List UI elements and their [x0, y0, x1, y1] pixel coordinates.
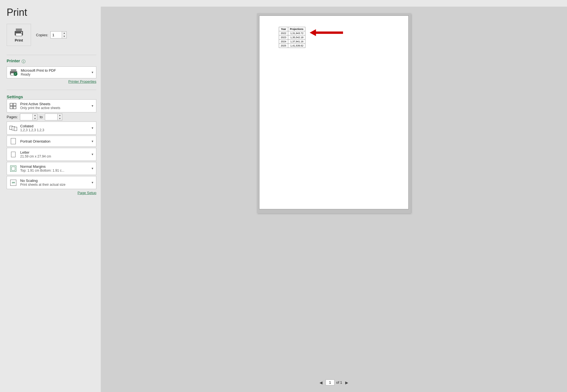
- table-row: 2023 1,35,542.18: [279, 35, 305, 40]
- pages-from-input[interactable]: [20, 114, 32, 120]
- print-what-subtitle: Only print the active sheets: [20, 106, 88, 110]
- table-row: 2022 1,31,943.72: [279, 31, 305, 35]
- pages-to-label: to: [40, 115, 43, 119]
- divider-2: [7, 90, 96, 90]
- collation-title: Collated: [20, 124, 88, 128]
- print-what-icon: [9, 103, 17, 109]
- table-cell-year-2: 2023: [279, 35, 288, 40]
- print-what-title: Print Active Sheets: [20, 102, 88, 106]
- collate-svg: [9, 125, 17, 131]
- table-cell-year-3: 2024: [279, 40, 288, 44]
- info-icon[interactable]: ⓘ: [22, 59, 25, 64]
- margins-subtitle: Top: 1.91 cm Bottom: 1.91 c...: [20, 169, 88, 172]
- preview-page: Year Projections 2022 1,31,943.72: [259, 16, 409, 209]
- margins-inner-icon: [11, 167, 15, 171]
- table-cell-proj-2: 1,35,542.18: [288, 35, 305, 40]
- divider-1: [7, 55, 96, 55]
- print-what-setting[interactable]: Print Active Sheets Only print the activ…: [7, 99, 96, 112]
- printer-section-title: Printer: [7, 58, 20, 63]
- scaling-subtitle: Print sheets at their actual size: [20, 183, 88, 187]
- copies-up-button[interactable]: ▲: [62, 32, 66, 35]
- orientation-arrow: ▼: [91, 140, 94, 143]
- svg-point-4: [21, 32, 22, 33]
- table-cell-proj-3: 1,37,941.16: [288, 40, 305, 44]
- margins-arrow: ▼: [91, 167, 94, 170]
- pages-to-up[interactable]: ▲: [58, 114, 62, 117]
- preview-data-table: Year Projections 2022 1,31,943.72: [279, 27, 305, 48]
- pages-from-down[interactable]: ▼: [33, 117, 37, 120]
- orientation-setting[interactable]: Portrait Orientation ▼: [7, 136, 96, 147]
- paper-text: Letter 21.59 cm x 27.94 cm: [20, 150, 88, 158]
- pages-to-down[interactable]: ▼: [58, 117, 62, 120]
- arrow-svg: [310, 29, 343, 37]
- pages-to-input[interactable]: [45, 114, 57, 120]
- printer-ready-badge: ✓: [14, 72, 17, 76]
- preview-outer: Year Projections 2022 1,31,943.72: [257, 13, 411, 213]
- svg-rect-9: [10, 103, 13, 106]
- page-title: Print: [7, 7, 96, 18]
- pages-from-spinners: ▲ ▼: [32, 114, 37, 120]
- scaling-icon: 100: [9, 180, 17, 186]
- table-row: 2025 1,41,539.62: [279, 44, 305, 48]
- scaling-wrap-icon: 100: [10, 180, 16, 186]
- printer-info-row: Printer ⓘ: [7, 57, 96, 66]
- letter-icon: [11, 152, 16, 157]
- orientation-text: Portrait Orientation: [20, 139, 88, 143]
- pages-to-wrap: ▲ ▼: [45, 114, 62, 120]
- printer-dropdown-arrow: ▼: [91, 71, 94, 74]
- copies-input[interactable]: [51, 32, 62, 38]
- next-page-button[interactable]: ▶: [344, 380, 350, 385]
- printer-section: Printer ⓘ ✓ Microsoft Print to PDF Ready: [7, 57, 96, 84]
- settings-section: Settings Print Active Sheets Only print …: [7, 94, 96, 195]
- paper-subtitle: 21.59 cm x 27.94 cm: [20, 154, 88, 158]
- printer-dropdown[interactable]: ✓ Microsoft Print to PDF Ready ▼: [7, 66, 96, 78]
- grid-icon: [10, 103, 17, 109]
- paper-setting[interactable]: Letter 21.59 cm x 27.94 cm ▼: [7, 148, 96, 161]
- margins-setting[interactable]: Normal Margins Top: 1.91 cm Bottom: 1.91…: [7, 162, 96, 175]
- svg-rect-15: [14, 127, 17, 131]
- table-header-year: Year: [279, 27, 288, 31]
- collate-icon: [9, 125, 17, 131]
- svg-rect-10: [13, 103, 16, 106]
- pages-from-up[interactable]: ▲: [33, 114, 37, 117]
- settings-section-title: Settings: [7, 94, 23, 99]
- svg-rect-1: [16, 29, 22, 31]
- svg-rect-6: [11, 69, 16, 71]
- svg-rect-12: [13, 106, 16, 109]
- copies-down-button[interactable]: ▼: [62, 35, 66, 38]
- page-number-input[interactable]: [326, 380, 334, 385]
- margins-icon: [9, 166, 17, 172]
- page-setup-link[interactable]: Page Setup: [7, 191, 96, 195]
- svg-rect-3: [16, 33, 22, 34]
- table-cell-year-1: 2022: [279, 31, 288, 35]
- table-row: 2024 1,37,941.16: [279, 40, 305, 44]
- copies-area: Copies: ▲ ▼: [36, 31, 67, 38]
- portrait-icon: [11, 138, 16, 144]
- print-button-label: Print: [15, 38, 23, 42]
- orientation-icon: [9, 138, 17, 144]
- page-of-label: of 1: [336, 380, 342, 385]
- prev-page-button[interactable]: ◀: [318, 380, 324, 385]
- copies-spinners: ▲ ▼: [62, 32, 66, 38]
- preview-area: Year Projections 2022 1,31,943.72: [107, 11, 560, 377]
- print-what-text: Print Active Sheets Only print the activ…: [20, 102, 88, 110]
- copies-label: Copies:: [36, 33, 48, 37]
- right-panel: Year Projections 2022 1,31,943.72: [101, 7, 567, 392]
- scaling-setting[interactable]: 100 No Scaling Print sheets at their act…: [7, 176, 96, 189]
- print-what-arrow: ▼: [91, 104, 94, 107]
- table-header-projections: Projections: [288, 27, 305, 31]
- paper-icon: [9, 152, 17, 157]
- table-cell-proj-1: 1,31,943.72: [288, 31, 305, 35]
- arrow-annotation: [310, 29, 343, 38]
- collation-setting[interactable]: Collated 1,2,3 1,2,3 1,2,3 ▼: [7, 122, 96, 135]
- collation-arrow: ▼: [91, 127, 94, 130]
- print-button[interactable]: Print: [7, 24, 31, 46]
- orientation-title: Portrait Orientation: [20, 139, 88, 143]
- print-button-area: Print Copies: ▲ ▼: [7, 24, 96, 46]
- scaling-arrow: ▼: [91, 181, 94, 184]
- paper-arrow: ▼: [91, 153, 94, 156]
- printer-properties-link[interactable]: Printer Properties: [7, 79, 96, 84]
- pages-from-wrap: ▲ ▼: [20, 114, 37, 120]
- paper-title: Letter: [20, 150, 88, 154]
- margins-title: Normal Margins: [20, 164, 88, 169]
